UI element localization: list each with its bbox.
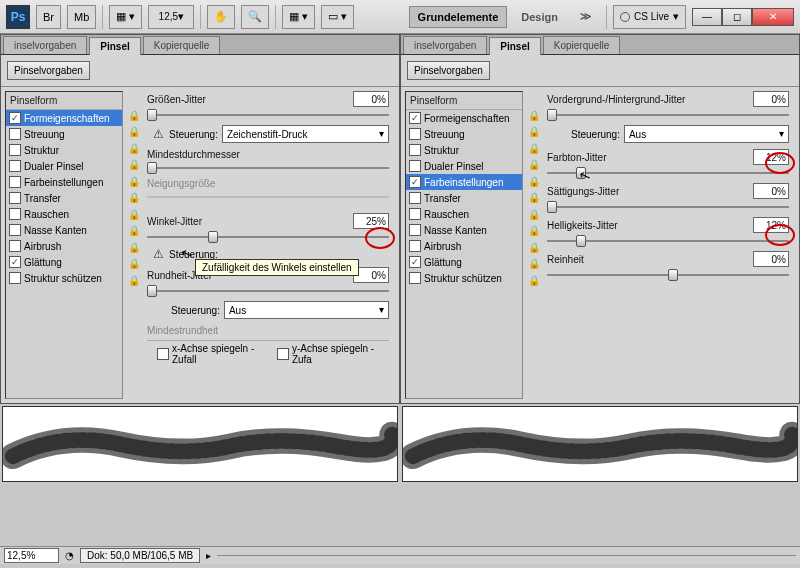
lock-icon[interactable]: 🔒 [527,174,541,189]
checkbox[interactable] [9,272,21,284]
roundness-jitter-slider[interactable] [147,285,389,297]
list-item-dualer-pinsel[interactable]: Dualer Pinsel [406,158,522,174]
lock-icon[interactable]: 🔒 [127,223,141,238]
list-item-struktur-schützen[interactable]: Struktur schützen [406,270,522,286]
size-jitter-slider[interactable] [147,109,389,121]
pinselvorgaben-button[interactable]: Pinselvorgaben [407,61,490,80]
tab-pinselvorgaben[interactable]: inselvorgaben [403,36,487,54]
checkbox[interactable] [409,240,421,252]
lock-icon[interactable]: 🔒 [127,141,141,156]
size-jitter-value[interactable]: 0% [353,91,389,107]
bridge-button[interactable]: Br [36,5,61,29]
lock-icon[interactable]: 🔒 [127,174,141,189]
list-item-struktur[interactable]: Struktur [406,142,522,158]
list-header[interactable]: Pinselform [6,92,122,110]
list-item-nasse-kanten[interactable]: Nasse Kanten [406,222,522,238]
minimize-button[interactable]: — [692,8,722,26]
list-item-struktur-schützen[interactable]: Struktur schützen [6,270,122,286]
list-item-streuung[interactable]: Streuung [6,126,122,142]
list-item-glättung[interactable]: ✓Glättung [6,254,122,270]
scroll-track[interactable] [217,555,796,556]
checkbox[interactable] [9,240,21,252]
list-item-struktur[interactable]: Struktur [6,142,122,158]
tab-kopierquelle[interactable]: Kopierquelle [543,36,621,54]
checkbox[interactable] [9,128,21,140]
view-extras-button[interactable]: ▦ ▾ [109,5,142,29]
hand-tool-button[interactable]: ✋ [207,5,235,29]
tab-pinsel[interactable]: Pinsel [489,37,540,55]
lock-icon[interactable]: 🔒 [127,157,141,172]
list-header[interactable]: Pinselform [406,92,522,110]
zoom-status[interactable]: 12,5% [4,548,59,563]
checkbox[interactable] [9,192,21,204]
checkbox[interactable] [409,208,421,220]
checkbox[interactable] [9,176,21,188]
checkbox[interactable] [9,160,21,172]
lock-icon[interactable]: 🔒 [127,273,141,288]
workspace-grundelemente[interactable]: Grundelemente [409,6,508,28]
list-item-airbrush[interactable]: Airbrush [6,238,122,254]
tab-kopierquelle[interactable]: Kopierquelle [143,36,221,54]
checkbox[interactable] [409,272,421,284]
list-item-rauschen[interactable]: Rauschen [406,206,522,222]
list-item-transfer[interactable]: Transfer [6,190,122,206]
min-diameter-slider[interactable] [147,162,389,174]
checkbox[interactable] [409,144,421,156]
workspace-more[interactable]: ≫ [572,6,600,27]
lock-icon[interactable]: 🔒 [127,190,141,205]
list-item-nasse-kanten[interactable]: Nasse Kanten [6,222,122,238]
lock-icon[interactable]: 🔒 [527,207,541,222]
checkbox[interactable] [409,224,421,236]
maximize-button[interactable]: ◻ [722,8,752,26]
zoom-level[interactable]: 12,5 ▾ [148,5,194,29]
document-size[interactable]: Dok: 50,0 MB/106,5 MB [80,548,200,563]
flip-y-checkbox[interactable] [277,348,289,360]
arrow-icon[interactable]: ▸ [206,550,211,561]
checkbox[interactable] [409,160,421,172]
checkbox[interactable] [9,144,21,156]
lock-icon[interactable]: 🔒 [527,190,541,205]
list-item-glättung[interactable]: ✓Glättung [406,254,522,270]
brightness-jitter-slider[interactable] [547,235,789,247]
cslive-button[interactable]: CS Live ▾ [613,5,686,29]
lock-icon[interactable]: 🔒 [527,240,541,255]
tab-pinsel[interactable]: Pinsel [89,37,140,55]
zoom-tool-button[interactable]: 🔍 [241,5,269,29]
lock-icon[interactable]: 🔒 [127,240,141,255]
lock-icon[interactable]: 🔒 [527,124,541,139]
fg-bg-jitter-slider[interactable] [547,109,789,121]
saturation-jitter-value[interactable]: 0% [753,183,789,199]
lock-icon[interactable]: 🔒 [127,256,141,271]
minibridge-button[interactable]: Mb [67,5,96,29]
list-item-farbeinstellungen[interactable]: ✓Farbeinstellungen [406,174,522,190]
lock-icon[interactable]: 🔒 [527,223,541,238]
fgbg-control-select[interactable]: Aus [624,125,789,143]
checkbox[interactable] [409,128,421,140]
size-control-select[interactable]: Zeichenstift-Druck [222,125,389,143]
list-item-streuung[interactable]: Streuung [406,126,522,142]
screenmode-button[interactable]: ▭ ▾ [321,5,354,29]
workspace-design[interactable]: Design [513,7,566,27]
lock-icon[interactable]: 🔒 [127,124,141,139]
list-item-airbrush[interactable]: Airbrush [406,238,522,254]
checkbox[interactable]: ✓ [409,256,421,268]
arrange-button[interactable]: ▦ ▾ [282,5,315,29]
checkbox[interactable] [409,192,421,204]
lock-icon[interactable]: 🔒 [127,108,141,123]
lock-icon[interactable]: 🔒 [527,141,541,156]
list-item-farbeinstellungen[interactable]: Farbeinstellungen [6,174,122,190]
roundness-control-select[interactable]: Aus [224,301,389,319]
list-item-formeigenschaften[interactable]: ✓Formeigenschaften [406,110,522,126]
flip-x-checkbox[interactable] [157,348,169,360]
angle-jitter-slider[interactable] [147,231,389,243]
saturation-jitter-slider[interactable] [547,201,789,213]
list-item-transfer[interactable]: Transfer [406,190,522,206]
checkbox[interactable] [9,224,21,236]
list-item-rauschen[interactable]: Rauschen [6,206,122,222]
purity-value[interactable]: 0% [753,251,789,267]
fg-bg-jitter-value[interactable]: 0% [753,91,789,107]
lock-icon[interactable]: 🔒 [527,273,541,288]
lock-icon[interactable]: 🔒 [527,108,541,123]
checkbox[interactable] [9,208,21,220]
lock-icon[interactable]: 🔒 [527,256,541,271]
